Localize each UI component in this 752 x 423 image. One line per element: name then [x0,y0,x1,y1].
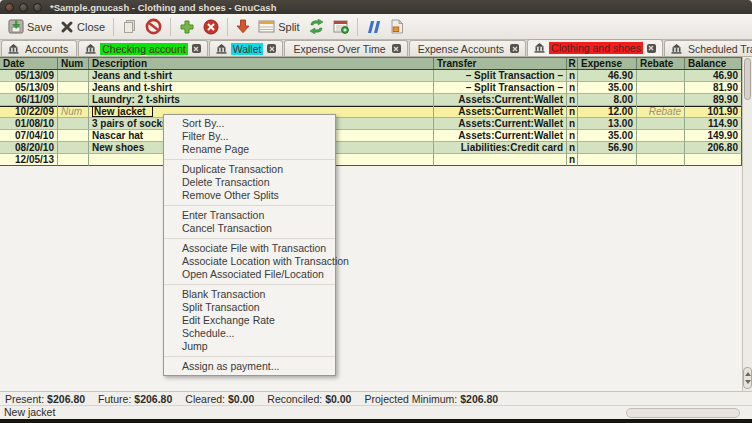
tab-wallet[interactable]: Wallet [209,40,284,56]
cell-rebate[interactable] [637,82,685,94]
menu-item-associate-file-with-transaction[interactable]: Associate File with Transaction [164,242,335,255]
copy-transaction-button[interactable] [118,17,141,36]
column-header-balance[interactable]: Balance [685,58,742,69]
cell-num[interactable] [58,94,89,106]
cell-reconcile[interactable]: n [567,70,578,82]
tab-clothing-and-shoes[interactable]: Clothing and shoes [527,39,663,56]
menu-item-sort-by[interactable]: Sort By... [164,117,335,130]
column-header-rebate[interactable]: Rebate [637,58,685,69]
table-row[interactable]: 12/05/13n [0,154,742,166]
cell-transfer[interactable]: – Split Transaction – [434,82,567,94]
cell-rebate[interactable] [637,154,685,166]
menu-item-jump[interactable]: Jump [164,340,335,353]
cell-date[interactable]: 05/13/09 [0,82,58,94]
table-row[interactable]: 06/11/09Laundry: 2 t-shirtsAssets:Curren… [0,94,742,106]
cell-date[interactable]: 12/05/13 [0,154,58,166]
menu-item-duplicate-transaction[interactable]: Duplicate Transaction [164,163,335,176]
cell-date[interactable]: 06/11/09 [0,94,58,106]
cell-date[interactable]: 08/20/10 [0,142,58,154]
menu-item-schedule[interactable]: Schedule... [164,327,335,340]
cell-date[interactable]: 10/22/09 [0,106,58,118]
menu-item-open-associated-file-location[interactable]: Open Associated File/Location [164,268,335,281]
cell-description[interactable]: Laundry: 2 t-shirts [89,94,434,106]
cell-description[interactable]: Jeans and t-shirt [89,82,434,94]
table-row[interactable]: 07/04/10Nascar hatAssets:Current:Walletn… [0,130,742,142]
cell-balance[interactable]: 81.90 [685,82,742,94]
cell-num[interactable] [58,118,89,130]
cell-rebate[interactable]: Rebate [637,106,685,118]
cell-rebate[interactable] [637,70,685,82]
menu-item-cancel-transaction[interactable]: Cancel Transaction [164,222,335,235]
split-button[interactable]: Split [254,18,303,35]
assign-payment-button[interactable] [386,17,408,36]
tab-close-icon[interactable] [192,44,201,53]
cell-transfer[interactable]: – Split Transaction – [434,70,567,82]
tab-close-icon[interactable] [510,44,519,53]
cell-expense[interactable] [578,154,637,166]
cell-balance[interactable]: 114.90 [685,118,742,130]
description-edit-field[interactable]: New jacket [92,106,153,117]
window-maximize-button[interactable] [33,3,42,12]
table-row[interactable]: 05/13/09Jeans and t-shirt– Split Transac… [0,70,742,82]
tab-checking-account[interactable]: Checking account [78,40,207,56]
cell-num[interactable]: Num [58,106,89,118]
cell-reconcile[interactable]: n [567,94,578,106]
table-row[interactable]: 05/13/09Jeans and t-shirt– Split Transac… [0,82,742,94]
scrollbar-thumb[interactable] [744,58,751,100]
cell-balance[interactable]: 101.90 [685,106,742,118]
cell-rebate[interactable] [637,94,685,106]
menu-item-remove-other-splits[interactable]: Remove Other Splits [164,189,335,202]
cell-transfer[interactable]: Assets:Current:Wallet [434,130,567,142]
blank-transaction-button[interactable] [232,17,254,36]
cell-transfer[interactable]: Liabilities:Credit card [434,142,567,154]
column-header-transfer[interactable]: Transfer [434,58,567,69]
cell-transfer[interactable]: Assets:Current:Wallet [434,118,567,130]
cell-expense[interactable]: 56.90 [578,142,637,154]
column-header-r[interactable]: R [567,58,578,69]
cell-expense[interactable]: 13.00 [578,118,637,130]
cell-expense[interactable]: 35.00 [578,82,637,94]
cell-reconcile[interactable]: n [567,154,578,166]
window-minimize-button[interactable] [19,3,28,12]
scroll-up-icon[interactable] [745,372,751,376]
cell-description[interactable]: Jeans and t-shirt [89,70,434,82]
cell-balance[interactable]: 206.80 [685,142,742,154]
cell-reconcile[interactable]: n [567,82,578,94]
menu-item-enter-transaction[interactable]: Enter Transaction [164,209,335,222]
scroll-down-icon[interactable] [745,380,751,384]
cell-date[interactable]: 07/04/10 [0,130,58,142]
menu-item-blank-transaction[interactable]: Blank Transaction [164,288,335,301]
table-row[interactable]: 01/08/103 pairs of socksAssets:Current:W… [0,118,742,130]
column-header-date[interactable]: Date [0,58,58,69]
cell-expense[interactable]: 35.00 [578,130,637,142]
cell-num[interactable] [58,154,89,166]
column-header-description[interactable]: Description [89,58,434,69]
table-row[interactable]: 08/20/10New shoesLiabilities:Credit card… [0,142,742,154]
cell-reconcile[interactable]: n [567,142,578,154]
cell-reconcile[interactable]: n [567,118,578,130]
cancel-transaction-button[interactable] [141,16,166,37]
cell-balance[interactable] [685,154,742,166]
cell-transfer[interactable] [434,154,567,166]
tab-close-icon[interactable] [267,44,276,53]
tab-accounts[interactable]: Accounts [1,40,77,56]
cell-expense[interactable]: 12.00 [578,106,637,118]
cell-balance[interactable]: 149.90 [685,130,742,142]
cell-balance[interactable]: 46.90 [685,70,742,82]
add-transaction-button[interactable] [175,17,199,37]
cell-expense[interactable]: 46.90 [578,70,637,82]
cell-reconcile[interactable]: n [567,106,578,118]
transfer-button[interactable] [304,17,329,36]
delete-transaction-button[interactable] [199,17,223,37]
cell-reconcile[interactable]: n [567,130,578,142]
cell-num[interactable] [58,130,89,142]
menu-item-filter-by[interactable]: Filter By... [164,130,335,143]
close-button[interactable]: Close [56,18,109,36]
menu-item-split-transaction[interactable]: Split Transaction [164,301,335,314]
tab-scheduled-transactions[interactable]: Scheduled Transactions [664,40,752,56]
cell-rebate[interactable] [637,118,685,130]
jump-button[interactable] [362,18,386,36]
scrollbar-steppers[interactable] [743,367,752,389]
tab-expense-over-time[interactable]: Expense Over Time [284,40,407,56]
window-close-button[interactable] [5,3,14,12]
